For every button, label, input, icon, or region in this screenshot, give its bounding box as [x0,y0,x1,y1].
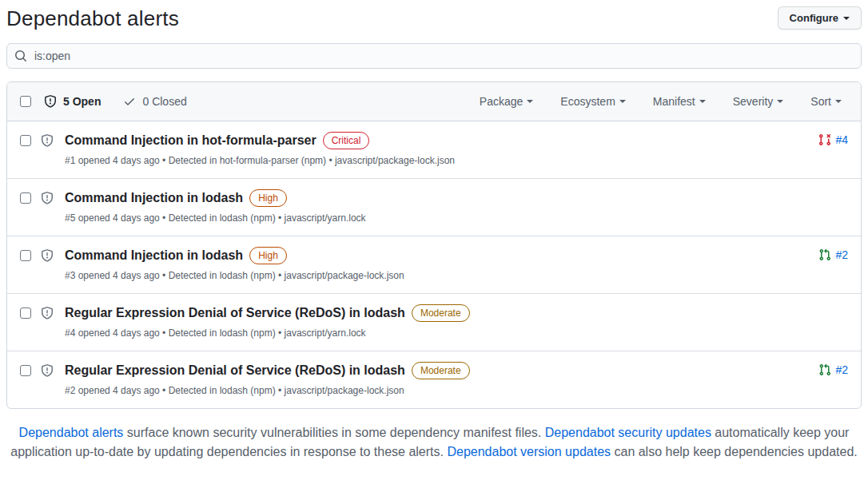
alerts-list: Command Injection in hot-formula-parser … [7,121,861,408]
chevron-down-icon [835,100,842,103]
severity-badge: High [249,189,287,207]
search-bar [6,43,862,69]
alert-row: Regular Expression Denial of Service (Re… [7,293,861,351]
severity-badge: Moderate [412,362,470,379]
filter-label: Sort [810,95,831,108]
page-title: Dependabot alerts [6,6,179,31]
alert-title-link[interactable]: Regular Expression Denial of Service (Re… [65,361,405,380]
alerts-list-container: 5 Open 0 Closed Package Ecosystem Manife… [6,81,862,409]
alert-title-link[interactable]: Command Injection in lodash [65,188,243,208]
alert-meta: #5 opened 4 days ago • Detected in lodas… [65,212,814,224]
alert-row: Command Injection in lodash High #5 open… [7,178,861,236]
pull-request-open-icon [818,363,831,376]
configure-button[interactable]: Configure [778,6,862,30]
filter-dropdown[interactable]: Severity [733,95,784,108]
severity-badge: Moderate [412,304,470,322]
alert-checkbox[interactable] [20,192,31,204]
filter-label: Package [480,95,523,108]
chevron-down-icon [619,100,626,103]
shield-alert-icon [44,95,57,108]
filter-dropdown[interactable]: Ecosystem [560,95,625,108]
shield-alert-icon [41,249,54,262]
chevron-down-icon [843,17,850,20]
filter-label: Ecosystem [560,95,615,108]
alert-checkbox[interactable] [20,307,31,319]
alert-meta: #3 opened 4 days ago • Detected in lodas… [65,269,818,282]
shield-alert-icon [41,134,54,147]
page-header: Dependabot alerts Configure [6,0,862,31]
filter-dropdown[interactable]: Sort [810,95,842,108]
filter-label: Severity [733,95,774,108]
closed-alerts-toggle[interactable]: 0 Closed [123,95,186,108]
alert-meta: #1 opened 4 days ago • Detected in hot-f… [65,154,818,167]
alert-title-link[interactable]: Command Injection in lodash [65,246,243,265]
alert-title-link[interactable]: Regular Expression Denial of Service (Re… [65,304,405,323]
pull-request-open-icon [818,248,831,261]
filter-label: Manifest [653,95,695,108]
alert-row: Command Injection in lodash High #3 open… [7,236,861,293]
alert-title-link[interactable]: Command Injection in hot-formula-parser [65,131,317,150]
configure-button-label: Configure [790,12,838,24]
filter-dropdown[interactable]: Manifest [653,95,706,108]
filter-bar: Package Ecosystem Manifest Severity Sort [480,95,848,108]
severity-badge: High [249,247,287,264]
footer-link[interactable]: Dependabot security updates [545,426,711,439]
linked-pull-request: #2 [818,363,848,376]
select-all-checkbox[interactable] [20,96,31,107]
alert-row: Command Injection in hot-formula-parser … [7,121,861,178]
open-count-label: 5 Open [63,95,101,108]
shield-alert-icon [41,307,54,319]
pr-number-link[interactable]: #2 [835,248,848,261]
search-input[interactable] [6,43,862,69]
footer-link[interactable]: Dependabot alerts [19,426,124,439]
footer-text: can also help keep dependencies updated. [611,445,858,458]
pull-request-closed-icon [818,133,831,146]
closed-count-label: 0 Closed [142,95,186,108]
alert-checkbox[interactable] [20,250,31,261]
linked-pull-request: #4 [818,133,848,146]
check-icon [123,95,136,108]
alert-checkbox[interactable] [20,135,31,146]
footer-description: Dependabot alerts surface known security… [6,423,862,462]
alert-meta: #4 opened 4 days ago • Detected in lodas… [65,327,814,339]
alert-row: Regular Expression Denial of Service (Re… [7,351,861,408]
chevron-down-icon [699,100,706,103]
list-header: 5 Open 0 Closed Package Ecosystem Manife… [7,82,861,121]
search-icon [14,50,27,62]
chevron-down-icon [527,100,533,103]
footer-text: surface known security vulnerabilities i… [123,426,544,439]
pr-number-link[interactable]: #4 [835,133,848,146]
alert-meta: #2 opened 4 days ago • Detected in lodas… [65,384,818,397]
pr-number-link[interactable]: #2 [835,363,848,376]
footer-link[interactable]: Dependabot version updates [447,445,611,458]
shield-alert-icon [41,364,54,377]
linked-pull-request: #2 [818,248,848,261]
filter-dropdown[interactable]: Package [480,95,533,108]
severity-badge: Critical [323,132,370,149]
open-alerts-toggle[interactable]: 5 Open [44,95,101,108]
shield-alert-icon [41,192,54,204]
chevron-down-icon [777,100,783,103]
alert-checkbox[interactable] [20,365,31,376]
